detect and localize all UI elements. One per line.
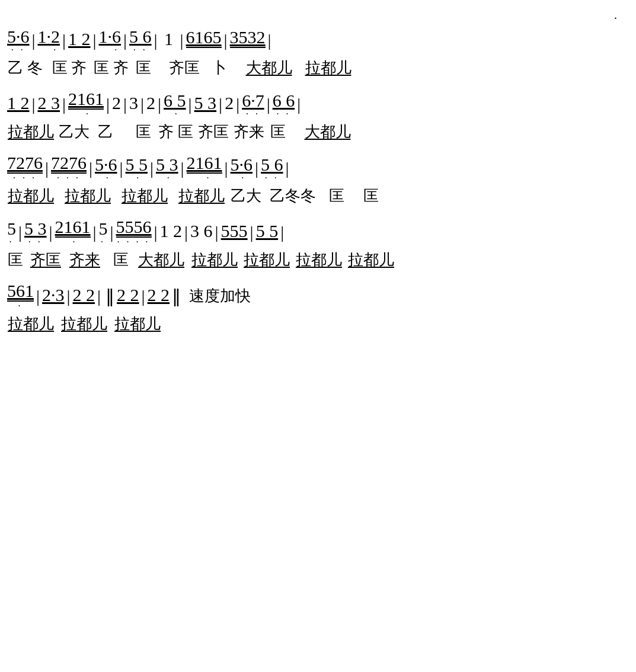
note-56: 5 6 · ·	[129, 28, 152, 55]
music-line-2: 1 2 | 2 3 | 2161 · | 2 |	[7, 89, 629, 143]
note4-53: 5 3 · ·	[24, 220, 47, 247]
speed-mark: 速度加快	[189, 289, 251, 304]
note2-12: 1 2	[7, 94, 30, 119]
note2-2161: 2161 ·	[68, 90, 104, 119]
top-dot: ·	[7, 12, 629, 25]
music-line-4: 5 · | 5 3 · · | 2161 · | 5 · |	[7, 217, 629, 271]
note3-2161: 2161 ·	[187, 154, 222, 183]
note-1dot6: 1·6 ·	[99, 28, 122, 55]
note4-2161: 2161 ·	[55, 218, 91, 247]
lyrics-row-2: 拉都儿 乙大 乙 匡 齐 匡 齐匡 齐来 匡 大都儿	[7, 120, 629, 143]
notation-row-3: 7276 · · · | 7276 · · · | 5·6 · | 5 5 · …	[7, 153, 629, 184]
note4-36: 3 6	[190, 222, 213, 247]
note2-65: 6 5 ·	[164, 92, 186, 119]
note-1: 1	[160, 30, 178, 55]
note3-55: 5 5 ·	[126, 156, 148, 183]
note-6165: 6165	[186, 28, 222, 55]
lyrics-row-1: 乙 冬 匡 齐 匡 齐 匡 齐匡 卜 大都儿 拉都儿	[7, 56, 629, 79]
note5-561: 561 ·	[7, 282, 34, 311]
note4-5: 5 ·	[7, 220, 16, 247]
music-line-3: 7276 · · · | 7276 · · · | 5·6 · | 5 5 · …	[7, 153, 629, 207]
note5-22: 2 2	[73, 286, 95, 311]
note2-23: 2 3	[38, 94, 60, 119]
note3-7276b: 7276 · · ·	[51, 154, 87, 183]
note2-2c: 2	[225, 94, 234, 119]
notation-row-2: 1 2 | 2 3 | 2161 · | 2 |	[7, 89, 629, 120]
notation-row-1: 5·6 · · | 1·2 · | 1 2 | 1·6 · |	[7, 25, 629, 56]
note3-5dot6b: 5·6 ·	[231, 156, 253, 183]
note-3532: 3532	[230, 28, 266, 55]
note2-3: 3	[129, 94, 138, 119]
note-5dot6: 5·6 · ·	[7, 28, 30, 55]
note4-5556: 5556 · · · ·	[116, 218, 152, 247]
note5-22c: 2 2	[148, 286, 170, 311]
note3-56b: 5 6 · ·	[261, 156, 283, 183]
notation-row-4: 5 · | 5 3 · · | 2161 · | 5 · |	[7, 217, 629, 248]
note2-2b: 2	[146, 94, 155, 119]
note-12: 1 2	[68, 30, 91, 55]
lyrics-row-3: 拉都儿 拉都儿 拉都儿 拉都儿 乙大 乙冬冬 匡 匡	[7, 184, 629, 207]
note2-6dot7: 6·7 · ·	[242, 92, 264, 119]
note-1dot2: 1·2 ·	[38, 28, 60, 55]
note4-555: 555	[221, 222, 248, 247]
lyrics-row-5: 拉都儿 拉都儿 拉都儿	[7, 312, 629, 335]
note5-22b: 2 2	[117, 286, 139, 311]
music-line-1: 5·6 · · | 1·2 · | 1 2 | 1·6 · |	[7, 25, 629, 79]
music-page: · 5·6 · · | 1·2 · | 1 2 | 1·6	[5, 6, 631, 351]
note2-2: 2	[112, 94, 121, 119]
note3-7276a: 7276 · · ·	[7, 154, 43, 183]
note4-55: 5 5	[256, 222, 279, 247]
note4-12: 1 2	[160, 222, 183, 247]
music-line-5: 561 · | 2·3 | 2 2 | ‖ 2 2 |	[7, 281, 629, 335]
note3-5dot6: 5·6 ·	[95, 156, 117, 183]
note2-66: 6 6 · ·	[273, 92, 295, 119]
note3-53: 5 3 ·	[156, 156, 178, 183]
lyrics-row-4: 匡 齐匡 齐来 匡 大都儿 拉都儿 拉都儿 拉都儿 拉都儿	[7, 248, 629, 271]
note2-53: 5 3	[194, 94, 217, 119]
notation-row-5: 561 · | 2·3 | 2 2 | ‖ 2 2 |	[7, 281, 629, 312]
note5-2dot3: 2·3	[42, 286, 65, 311]
note4-5b: 5 ·	[99, 220, 108, 247]
